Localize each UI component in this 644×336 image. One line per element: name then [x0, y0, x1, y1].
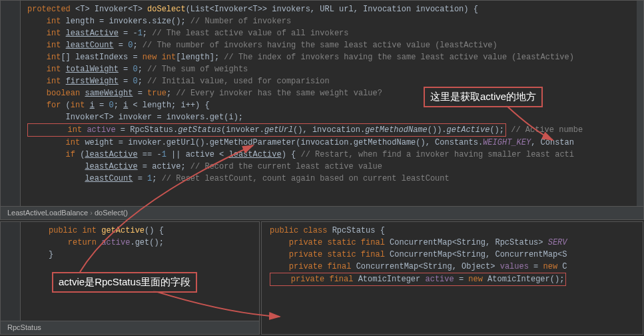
code-line: int leastCount = 0; // The number of inv… [27, 39, 617, 51]
breadcrumb-item[interactable]: RpcStatus [7, 323, 41, 331]
code-line: if (leastActive == -1 || active < leastA… [27, 149, 617, 161]
code-line: public int getActive() { [49, 225, 232, 237]
annotation-get-active: 这里是获取active的地方 [424, 87, 543, 107]
code-line: int totalWeight = 0; // The sum of weigh… [27, 63, 617, 75]
code-bottom-right[interactable]: public class RpcStatus { private static … [262, 222, 643, 289]
gutter [1, 1, 21, 206]
code-main[interactable]: protected <T> Invoker<T> doSelect(List<I… [1, 1, 643, 187]
code-line: int leastActive = -1; // The least activ… [27, 27, 617, 39]
editor-main[interactable]: protected <T> Invoker<T> doSelect(List<I… [0, 0, 644, 220]
code-line: protected <T> Invoker<T> doSelect(List<I… [27, 3, 617, 15]
breadcrumb-bottom-left[interactable]: RpcStatus [1, 321, 259, 334]
scrollbar-vertical[interactable] [637, 1, 643, 206]
editor-bottom-right[interactable]: public class RpcStatus { private static … [261, 221, 643, 335]
code-line: int active = RpcStatus.getStatus(invoker… [27, 123, 617, 137]
breadcrumb-item[interactable]: LeastActiveLoadBalance [7, 209, 88, 217]
code-line: int weight = invoker.getUrl().getMethodP… [27, 137, 617, 149]
code-line: public class RpcStatus { [270, 225, 616, 237]
code-line: private final ConcurrentMap<String, Obje… [270, 261, 616, 273]
code-line: Invoker<T> invoker = invokers.get(i); [27, 111, 617, 123]
code-line: leastCount = 1; // Reset leastCount, cou… [27, 173, 617, 185]
code-line: int length = invokers.size(); // Number … [27, 15, 617, 27]
code-line: int firstWeight = 0; // Initial value, u… [27, 75, 617, 87]
code-line: } [49, 249, 232, 261]
code-line: leastActive = active; // Record the curr… [27, 161, 617, 173]
code-line: private static final ConcurrentMap<Strin… [270, 237, 616, 249]
code-line: return active.get(); [49, 237, 232, 249]
annotation-field: actvie是RpcStatus里面的字段 [52, 272, 197, 293]
code-line: int[] leastIndexs = new int[length]; // … [27, 51, 617, 63]
annotation-text: actvie是RpcStatus里面的字段 [59, 276, 190, 287]
code-line: private static final ConcurrentMap<Strin… [270, 249, 616, 261]
code-bottom-left[interactable]: public int getActive() { return active.g… [1, 222, 259, 263]
gutter [1, 222, 21, 321]
code-line: private final AtomicInteger active = new… [270, 273, 616, 286]
breadcrumb-item[interactable]: doSelect() [90, 209, 128, 217]
annotation-text: 这里是获取active的地方 [430, 91, 536, 102]
breadcrumb-main[interactable]: LeastActiveLoadBalance doSelect() [1, 206, 643, 219]
